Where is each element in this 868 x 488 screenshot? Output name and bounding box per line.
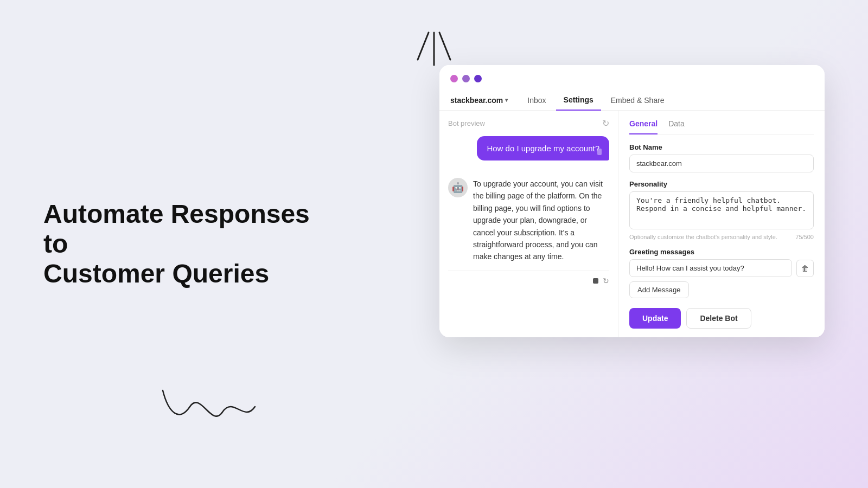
nav-bar: stackbear.com ▾ Inbox Settings Embed & S… [439,90,825,111]
nav-tab-settings[interactable]: Settings [556,90,601,111]
bot-name-input[interactable] [629,155,814,172]
site-name: stackbear.com [450,96,503,105]
bot-message-bubble: 🤖 To upgrade your account, you can visit… [448,178,609,263]
personality-hint-text: Optionally customize the chatbot's perso… [629,234,777,240]
nav-tab-inbox[interactable]: Inbox [520,91,553,110]
update-button[interactable]: Update [629,308,681,329]
settings-tab-data[interactable]: Data [668,119,685,134]
bot-preview-bar: Bot preview ↻ [448,118,609,129]
window-dot-red [450,75,458,82]
svg-line-0 [418,33,429,60]
deco-squiggle-bottom [152,380,260,445]
bot-avatar-icon: 🤖 [452,182,464,194]
settings-tabs: General Data [629,119,814,134]
personality-label: Personality [629,180,814,188]
bot-preview-label: Bot preview [448,119,485,127]
personality-textarea[interactable]: You're a friendly helpful chatbot. Respo… [629,191,814,229]
personality-hint-row: Optionally customize the chatbot's perso… [629,234,814,240]
window-chrome [439,65,825,90]
greeting-row: 🗑 [629,259,814,277]
nav-tab-embed[interactable]: Embed & Share [603,91,672,110]
chat-input-bar: ↻ [448,271,609,285]
chat-refresh-icon[interactable]: ↻ [603,277,609,285]
personality-group: Personality You're a friendly helpful ch… [629,180,814,240]
main-content: Bot preview ↻ How do I upgrade my accoun… [439,111,825,337]
chat-cursor-icon [593,278,598,284]
bot-name-group: Bot Name [629,143,814,172]
nav-site[interactable]: stackbear.com ▾ [450,91,513,110]
refresh-icon[interactable]: ↻ [602,118,609,129]
app-window: stackbear.com ▾ Inbox Settings Embed & S… [439,65,825,337]
user-message-bubble: How do I upgrade my account? [477,136,609,160]
settings-panel: General Data Bot Name Personality You're… [618,111,825,337]
add-message-button[interactable]: Add Message [629,281,689,298]
chat-panel: Bot preview ↻ How do I upgrade my accoun… [439,111,618,337]
trash-icon: 🗑 [801,264,809,273]
bot-name-label: Bot Name [629,143,814,151]
greeting-input[interactable] [629,259,792,277]
window-dot-green [474,75,482,82]
greeting-delete-button[interactable]: 🗑 [796,260,814,277]
hero-section: Automate Responses to Customer Queries [43,199,315,289]
bot-avatar: 🤖 [448,178,468,197]
hero-title: Automate Responses to Customer Queries [43,199,315,289]
personality-char-count: 75/500 [795,234,814,240]
bot-message-text: To upgrade your account, you can visit t… [473,178,609,263]
greeting-label: Greeting messages [629,248,814,256]
user-message-text: How do I upgrade my account? [487,144,599,153]
chevron-down-icon: ▾ [505,97,508,103]
settings-tab-general[interactable]: General [629,119,658,134]
greeting-group: Greeting messages 🗑 Add Message [629,248,814,298]
svg-line-2 [439,33,450,60]
action-buttons: Update Delete Bot [629,308,814,329]
delete-bot-button[interactable]: Delete Bot [686,308,751,329]
window-dot-yellow [462,75,470,82]
deco-squiggle-top [401,27,467,70]
